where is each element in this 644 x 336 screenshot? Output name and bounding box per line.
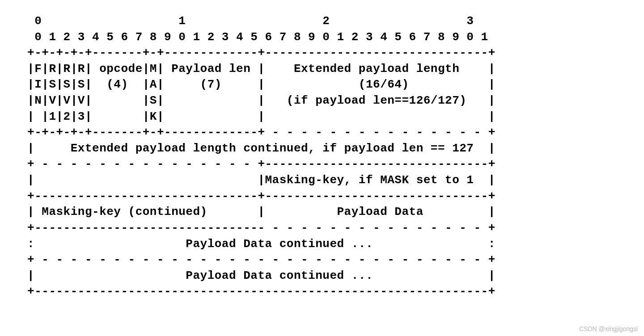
separator-row: +-+-+-+-+-------+-+-------------+ - - - … (20, 126, 496, 139)
masking-key-row: | |Masking-key, if MASK set to 1 | (20, 173, 496, 187)
payload-continued-row-1: : Payload Data continued ... : (20, 237, 496, 251)
frame-diagram: 0 1 2 3 0 1 2 3 4 5 6 7 8 9 0 1 2 3 4 5 … (20, 13, 624, 300)
payload-continued-row-2: | Payload Data continued ... | (20, 269, 496, 282)
header-row-3: |N|V|V|V| |S| | (if payload len==126/127… (20, 94, 496, 107)
header-row-4: | |1|2|3| |K| | | (20, 110, 496, 123)
bit-ruler-major: 0 1 2 3 (20, 14, 474, 28)
mask-payload-row: | Masking-key (continued) | Payload Data… (20, 205, 496, 218)
header-row-1: |F|R|R|R| opcode|M| Payload len | Extend… (20, 62, 496, 76)
separator-row: +---------------------------------------… (20, 285, 496, 298)
bit-ruler-minor: 0 1 2 3 4 5 6 7 8 9 0 1 2 3 4 5 6 7 8 9 … (20, 30, 488, 44)
extended-length-continued-row: | Extended payload length continued, if … (20, 142, 496, 155)
separator-row: +-------------------------------+-------… (20, 189, 496, 203)
separator-row: + - - - - - - - - - - - - - - - - - - - … (20, 253, 496, 266)
separator-row: +-+-+-+-+-------+-+-------------+-------… (20, 46, 496, 59)
separator-row: + - - - - - - - - - - - - - - - +-------… (20, 157, 496, 171)
separator-row: +-------------------------------- - - - … (20, 221, 496, 235)
header-row-2: |I|S|S|S| (4) |A| (7) | (16/64) | (20, 78, 496, 91)
